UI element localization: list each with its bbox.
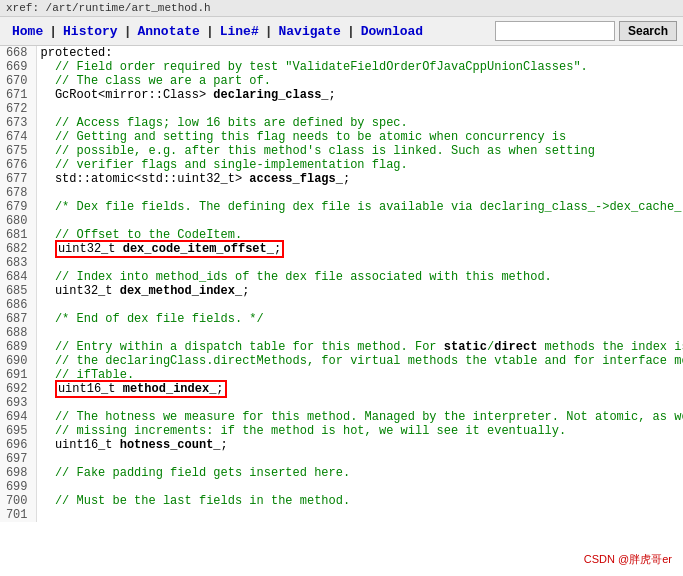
table-row: 669 // Field order required by test "Val… [0,60,683,74]
table-row: 687 /* End of dex file fields. */ [0,312,683,326]
table-row: 674 // Getting and setting this flag nee… [0,130,683,144]
table-row: 701 [0,508,683,522]
line-content [36,214,683,228]
table-row: 685 uint32_t dex_method_index_; [0,284,683,298]
line-number: 699 [0,480,36,494]
table-row: 698 // Fake padding field gets inserted … [0,466,683,480]
line-number: 700 [0,494,36,508]
line-number: 673 [0,116,36,130]
line-content: /* End of dex file fields. */ [36,312,683,326]
line-content: uint16_t hotness_count_; [36,438,683,452]
table-row: 679 /* Dex file fields. The defining dex… [0,200,683,214]
nav-navigate[interactable]: Navigate [273,22,347,41]
nav-sep-2: | [124,24,132,39]
line-content: std::atomic<std::uint32_t> access_flags_… [36,172,683,186]
line-content: GcRoot<mirror::Class> declaring_class_; [36,88,683,102]
line-content [36,326,683,340]
line-content: // Field order required by test "Validat… [36,60,683,74]
line-content: // Fake padding field gets inserted here… [36,466,683,480]
line-number: 698 [0,466,36,480]
table-row: 676 // verifier flags and single-impleme… [0,158,683,172]
line-number: 695 [0,424,36,438]
line-number: 691 [0,368,36,382]
table-row: 695 // missing increments: if the method… [0,424,683,438]
line-content [36,508,683,522]
code-area[interactable]: 668 protected: 669 // Field order requir… [0,46,683,564]
nav-sep-5: | [347,24,355,39]
line-number: 687 [0,312,36,326]
line-content: // Index into method_ids of the dex file… [36,270,683,284]
line-number: 685 [0,284,36,298]
line-number: 680 [0,214,36,228]
line-number: 672 [0,102,36,116]
watermark: CSDN @胖虎哥er [581,551,675,568]
table-row: 699 [0,480,683,494]
table-row: 688 [0,326,683,340]
table-row: 694 // The hotness we measure for this m… [0,410,683,424]
table-row: 668 protected: [0,46,683,60]
line-number: 696 [0,438,36,452]
line-number: 694 [0,410,36,424]
table-row: 692 uint16_t method_index_; [0,382,683,396]
line-content [36,256,683,270]
search-input[interactable] [495,21,615,41]
line-number: 683 [0,256,36,270]
line-content: protected: [36,46,683,60]
table-row: 683 [0,256,683,270]
line-content: uint32_t dex_method_index_; [36,284,683,298]
nav-sep-3: | [206,24,214,39]
line-content: // The class we are a part of. [36,74,683,88]
line-number: 670 [0,74,36,88]
line-number: 677 [0,172,36,186]
line-content: uint32_t dex_code_item_offset_; [36,242,683,256]
nav-sep-4: | [265,24,273,39]
nav-lineno[interactable]: Line# [214,22,265,41]
line-content: /* Dex file fields. The defining dex fil… [36,200,683,214]
nav-annotate[interactable]: Annotate [131,22,205,41]
line-number: 682 [0,242,36,256]
line-content [36,452,683,466]
table-row: 678 [0,186,683,200]
table-row: 675 // possible, e.g. after this method'… [0,144,683,158]
table-row: 693 [0,396,683,410]
line-content: // Must be the last fields in the method… [36,494,683,508]
search-button[interactable]: Search [619,21,677,41]
line-content: // verifier flags and single-implementat… [36,158,683,172]
line-content: // possible, e.g. after this method's cl… [36,144,683,158]
nav-home[interactable]: Home [6,22,49,41]
line-content: // Entry within a dispatch table for thi… [36,340,683,354]
table-row: 670 // The class we are a part of. [0,74,683,88]
line-content [36,396,683,410]
table-row: 697 [0,452,683,466]
line-content: // Getting and setting this flag needs t… [36,130,683,144]
line-number: 675 [0,144,36,158]
line-number: 674 [0,130,36,144]
table-row: 671 GcRoot<mirror::Class> declaring_clas… [0,88,683,102]
nav-download[interactable]: Download [355,22,429,41]
line-number: 676 [0,158,36,172]
line-number: 679 [0,200,36,214]
xref-label: xref: /art/runtime/art_method.h [6,2,211,14]
table-row: 689 // Entry within a dispatch table for… [0,340,683,354]
nav-bar: Home | History | Annotate | Line# | Navi… [0,17,683,46]
table-row: 696 uint16_t hotness_count_; [0,438,683,452]
line-number: 690 [0,354,36,368]
line-number: 697 [0,452,36,466]
line-number: 678 [0,186,36,200]
line-number: 688 [0,326,36,340]
line-content [36,298,683,312]
line-content: // The hotness we measure for this metho… [36,410,683,424]
line-number: 669 [0,60,36,74]
table-row: 680 [0,214,683,228]
line-number: 668 [0,46,36,60]
code-table: 668 protected: 669 // Field order requir… [0,46,683,522]
line-number: 681 [0,228,36,242]
line-content: uint16_t method_index_; [36,382,683,396]
line-content [36,480,683,494]
line-content: // the declaringClass.directMethods, for… [36,354,683,368]
table-row: 677 std::atomic<std::uint32_t> access_fl… [0,172,683,186]
line-number: 692 [0,382,36,396]
table-row: 672 [0,102,683,116]
table-row: 690 // the declaringClass.directMethods,… [0,354,683,368]
nav-history[interactable]: History [57,22,124,41]
